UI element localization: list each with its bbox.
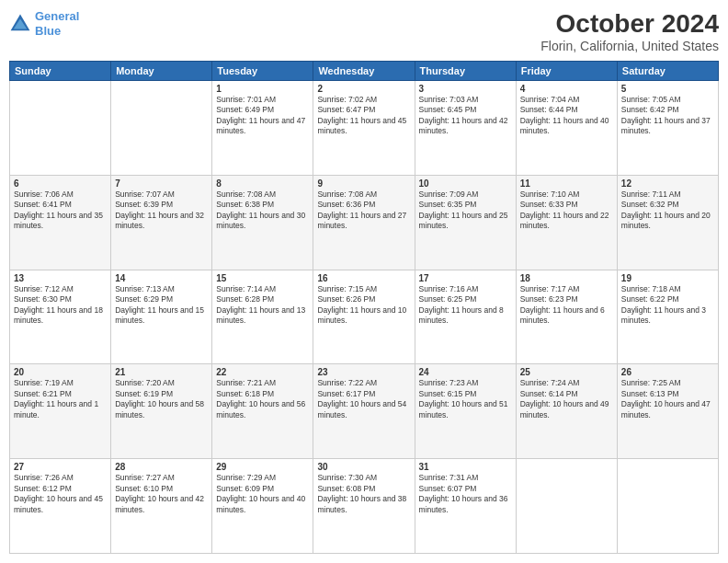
logo-text: General Blue [35,9,79,38]
calendar-cell: 6Sunrise: 7:06 AM Sunset: 6:41 PM Daylig… [10,175,111,270]
calendar-table: SundayMondayTuesdayWednesdayThursdayFrid… [9,61,719,554]
day-number: 25 [520,367,613,377]
day-number: 16 [317,273,410,283]
calendar-header-friday: Friday [516,62,617,81]
day-number: 14 [115,273,208,283]
calendar-cell: 24Sunrise: 7:23 AM Sunset: 6:15 PM Dayli… [415,364,516,459]
day-info: Sunrise: 7:22 AM Sunset: 6:17 PM Dayligh… [317,378,410,420]
calendar-cell: 30Sunrise: 7:30 AM Sunset: 6:08 PM Dayli… [313,459,415,554]
day-info: Sunrise: 7:24 AM Sunset: 6:14 PM Dayligh… [520,378,613,420]
calendar-cell: 7Sunrise: 7:07 AM Sunset: 6:39 PM Daylig… [111,175,212,270]
day-info: Sunrise: 7:06 AM Sunset: 6:41 PM Dayligh… [14,190,107,232]
day-number: 11 [520,178,613,189]
day-info: Sunrise: 7:17 AM Sunset: 6:23 PM Dayligh… [520,284,613,327]
day-number: 18 [520,273,613,283]
calendar-cell: 18Sunrise: 7:17 AM Sunset: 6:23 PM Dayli… [516,270,617,364]
logo-line2: Blue [35,24,61,38]
calendar-cell: 26Sunrise: 7:25 AM Sunset: 6:13 PM Dayli… [617,364,718,459]
calendar-week-0: 1Sunrise: 7:01 AM Sunset: 6:49 PM Daylig… [10,81,719,176]
day-number: 23 [317,367,410,377]
calendar-subtitle: Florin, California, United States [540,39,719,53]
day-info: Sunrise: 7:08 AM Sunset: 6:38 PM Dayligh… [216,190,309,232]
calendar-cell: 21Sunrise: 7:20 AM Sunset: 6:19 PM Dayli… [111,364,212,459]
day-number: 8 [216,178,309,189]
calendar-cell [617,459,718,554]
logo-line1: General [35,9,79,23]
day-number: 6 [14,178,107,189]
page: General Blue October 2024 Florin, Califo… [0,0,728,563]
calendar-week-2: 13Sunrise: 7:12 AM Sunset: 6:30 PM Dayli… [10,270,719,364]
day-info: Sunrise: 7:21 AM Sunset: 6:18 PM Dayligh… [216,378,309,420]
day-number: 1 [216,84,309,94]
calendar-cell: 15Sunrise: 7:14 AM Sunset: 6:28 PM Dayli… [212,270,313,364]
day-number: 2 [317,84,410,94]
calendar-cell: 31Sunrise: 7:31 AM Sunset: 6:07 PM Dayli… [415,459,516,554]
calendar-header-monday: Monday [111,62,212,81]
day-info: Sunrise: 7:31 AM Sunset: 6:07 PM Dayligh… [419,473,512,515]
day-number: 15 [216,273,309,283]
day-number: 19 [621,273,714,283]
calendar-cell: 1Sunrise: 7:01 AM Sunset: 6:49 PM Daylig… [212,81,313,176]
day-number: 7 [115,178,208,189]
logo: General Blue [9,9,79,38]
calendar-cell: 23Sunrise: 7:22 AM Sunset: 6:17 PM Dayli… [313,364,415,459]
day-info: Sunrise: 7:25 AM Sunset: 6:13 PM Dayligh… [621,378,714,420]
day-info: Sunrise: 7:02 AM Sunset: 6:47 PM Dayligh… [317,95,410,137]
day-number: 26 [621,367,714,377]
day-number: 30 [317,462,410,472]
day-info: Sunrise: 7:10 AM Sunset: 6:33 PM Dayligh… [520,190,613,232]
calendar-cell: 29Sunrise: 7:29 AM Sunset: 6:09 PM Dayli… [212,459,313,554]
calendar-cell: 25Sunrise: 7:24 AM Sunset: 6:14 PM Dayli… [516,364,617,459]
day-number: 10 [419,178,512,189]
calendar-cell: 8Sunrise: 7:08 AM Sunset: 6:38 PM Daylig… [212,175,313,270]
calendar-cell: 13Sunrise: 7:12 AM Sunset: 6:30 PM Dayli… [10,270,111,364]
calendar-cell: 28Sunrise: 7:27 AM Sunset: 6:10 PM Dayli… [111,459,212,554]
day-info: Sunrise: 7:23 AM Sunset: 6:15 PM Dayligh… [419,378,512,420]
calendar-header-thursday: Thursday [415,62,516,81]
calendar-week-4: 27Sunrise: 7:26 AM Sunset: 6:12 PM Dayli… [10,459,719,554]
day-info: Sunrise: 7:27 AM Sunset: 6:10 PM Dayligh… [115,473,208,515]
calendar-cell: 19Sunrise: 7:18 AM Sunset: 6:22 PM Dayli… [617,270,718,364]
day-number: 28 [115,462,208,472]
calendar-cell [516,459,617,554]
day-info: Sunrise: 7:29 AM Sunset: 6:09 PM Dayligh… [216,473,309,515]
day-number: 31 [419,462,512,472]
calendar-cell: 9Sunrise: 7:08 AM Sunset: 6:36 PM Daylig… [313,175,415,270]
day-info: Sunrise: 7:30 AM Sunset: 6:08 PM Dayligh… [317,473,410,515]
day-info: Sunrise: 7:20 AM Sunset: 6:19 PM Dayligh… [115,378,208,420]
calendar-header-wednesday: Wednesday [313,62,415,81]
calendar-cell: 17Sunrise: 7:16 AM Sunset: 6:25 PM Dayli… [415,270,516,364]
day-info: Sunrise: 7:09 AM Sunset: 6:35 PM Dayligh… [419,190,512,232]
day-number: 3 [419,84,512,94]
title-block: October 2024 Florin, California, United … [540,9,719,53]
day-info: Sunrise: 7:12 AM Sunset: 6:30 PM Dayligh… [14,284,107,327]
day-number: 4 [520,84,613,94]
day-info: Sunrise: 7:08 AM Sunset: 6:36 PM Dayligh… [317,190,410,232]
day-info: Sunrise: 7:01 AM Sunset: 6:49 PM Dayligh… [216,95,309,137]
day-number: 27 [14,462,107,472]
day-info: Sunrise: 7:14 AM Sunset: 6:28 PM Dayligh… [216,284,309,327]
day-number: 21 [115,367,208,377]
calendar-cell [111,81,212,176]
calendar-cell: 2Sunrise: 7:02 AM Sunset: 6:47 PM Daylig… [313,81,415,176]
calendar-header-row: SundayMondayTuesdayWednesdayThursdayFrid… [10,62,719,81]
day-info: Sunrise: 7:18 AM Sunset: 6:22 PM Dayligh… [621,284,714,327]
logo-icon [9,13,31,35]
calendar-cell: 10Sunrise: 7:09 AM Sunset: 6:35 PM Dayli… [415,175,516,270]
calendar-cell: 12Sunrise: 7:11 AM Sunset: 6:32 PM Dayli… [617,175,718,270]
calendar-cell: 11Sunrise: 7:10 AM Sunset: 6:33 PM Dayli… [516,175,617,270]
calendar-cell [10,81,111,176]
day-number: 5 [621,84,714,94]
calendar-header-sunday: Sunday [10,62,111,81]
calendar-week-1: 6Sunrise: 7:06 AM Sunset: 6:41 PM Daylig… [10,175,719,270]
day-info: Sunrise: 7:19 AM Sunset: 6:21 PM Dayligh… [14,378,107,420]
day-info: Sunrise: 7:15 AM Sunset: 6:26 PM Dayligh… [317,284,410,327]
calendar-week-3: 20Sunrise: 7:19 AM Sunset: 6:21 PM Dayli… [10,364,719,459]
day-number: 24 [419,367,512,377]
day-info: Sunrise: 7:13 AM Sunset: 6:29 PM Dayligh… [115,284,208,327]
day-number: 12 [621,178,714,189]
day-info: Sunrise: 7:26 AM Sunset: 6:12 PM Dayligh… [14,473,107,515]
day-info: Sunrise: 7:04 AM Sunset: 6:44 PM Dayligh… [520,95,613,137]
day-number: 13 [14,273,107,283]
day-info: Sunrise: 7:03 AM Sunset: 6:45 PM Dayligh… [419,95,512,137]
